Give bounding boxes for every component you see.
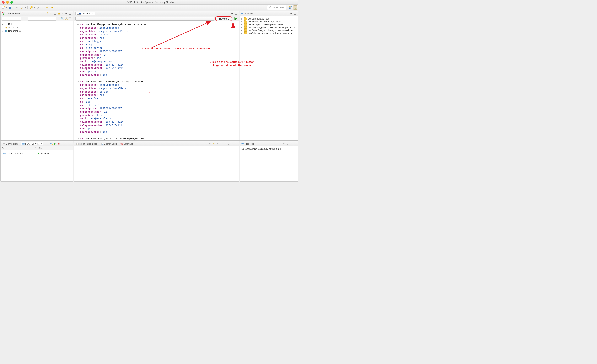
svg-rect-23 bbox=[6, 24, 6, 25]
tree-item-bookmarks[interactable]: ▸Bookmarks bbox=[1, 29, 72, 33]
svg-rect-45 bbox=[242, 144, 243, 144]
outline-item[interactable]: ▸ou=Groups,dc=example,dc=com bbox=[241, 23, 297, 26]
toggle-icon[interactable]: ▦ bbox=[57, 12, 60, 15]
start-server-icon[interactable]: ▶ bbox=[54, 142, 57, 145]
down-log-icon[interactable]: ⇩ bbox=[220, 142, 223, 145]
dropdown-icon[interactable]: ▾ bbox=[6, 7, 7, 8]
svg-rect-27 bbox=[6, 30, 7, 32]
filter-search-icon[interactable]: 🔍 bbox=[61, 17, 64, 20]
editor-panel: LDIF *LDIF 4 ✕ ─ Browse... ⊖dn: cn=Joe B… bbox=[74, 11, 239, 140]
new-button[interactable] bbox=[1, 5, 5, 9]
connections-tab[interactable]: Connections bbox=[2, 142, 19, 145]
svg-rect-33 bbox=[22, 144, 24, 144]
svg-point-17 bbox=[65, 19, 66, 20]
logs-panel: Modification Logs Search Logs ! Error Lo… bbox=[74, 141, 239, 182]
clear-all-icon[interactable]: ✖ bbox=[282, 142, 285, 145]
open-perspective-icon[interactable]: + bbox=[289, 5, 293, 9]
nav-forward-button[interactable]: ⇒ bbox=[50, 5, 54, 9]
maximize-icon[interactable] bbox=[293, 12, 297, 15]
ldap-tree[interactable]: ▸DIT▸Searches▸Bookmarks bbox=[1, 21, 73, 140]
outline-item[interactable]: ▸cn=John Wick,ou=Users,dc=example,dc=c bbox=[241, 32, 297, 35]
value-combo[interactable] bbox=[28, 17, 56, 21]
execute-ldif-button[interactable] bbox=[234, 17, 238, 21]
quick-access-input[interactable]: Quick Access bbox=[267, 5, 286, 10]
link-editor-icon[interactable]: ⇄ bbox=[50, 12, 53, 15]
svg-point-12 bbox=[295, 8, 296, 8]
view-menu-icon[interactable]: ▽ bbox=[227, 142, 230, 145]
editor-tab-ldif4[interactable]: LDIF *LDIF 4 ✕ bbox=[75, 12, 95, 15]
close-tab-icon[interactable]: ✕ bbox=[40, 143, 42, 145]
progress-panel: Progress ✖ ▽ ─ No operations to display … bbox=[240, 141, 298, 182]
minimize-icon[interactable]: ─ bbox=[290, 12, 293, 15]
svg-rect-29 bbox=[3, 144, 4, 144]
ldif-editor-body[interactable]: ⊖dn: cn=Joe Bloggs,ou=Users,dc=example,d… bbox=[74, 21, 239, 140]
close-tab-icon[interactable]: ✕ bbox=[91, 12, 94, 15]
maximize-icon[interactable] bbox=[235, 142, 238, 145]
dropdown-icon[interactable]: ▾ bbox=[25, 7, 26, 8]
maximize-icon[interactable] bbox=[293, 142, 297, 145]
modification-logs-tab[interactable]: Modification Logs bbox=[75, 142, 98, 145]
search-logs-tab[interactable]: Search Logs bbox=[100, 142, 118, 145]
minimize-icon[interactable]: ─ bbox=[231, 142, 234, 145]
error-log-tab[interactable]: ! Error Log bbox=[120, 142, 134, 145]
tree-item-dit[interactable]: ▸DIT bbox=[1, 23, 72, 26]
save-button[interactable] bbox=[8, 5, 12, 9]
minimize-icon[interactable]: ─ bbox=[231, 12, 234, 15]
server-row[interactable]: ApacheDS 2.0.0▶Started bbox=[2, 152, 72, 156]
outline-item[interactable]: ▸ou=Users,dc=example,dc=com bbox=[241, 20, 297, 23]
run-icon[interactable]: ▷ bbox=[36, 5, 40, 9]
svg-point-13 bbox=[2, 12, 3, 13]
view-menu-icon[interactable]: ▽ bbox=[286, 142, 289, 145]
ldap-browser-panel: LDAP Browser ↻ ⇄ ▦ ▽ ─ ⌄ = ⌄ 🔍 bbox=[0, 11, 73, 140]
view-menu-icon[interactable]: ▽ bbox=[61, 12, 64, 15]
filter-clear-icon[interactable] bbox=[69, 17, 72, 20]
export-log-icon[interactable]: ⇪ bbox=[223, 142, 227, 145]
outline-item[interactable]: ▸cn=Joe Bloggs,ou=Users,dc=example,dc=co bbox=[241, 26, 297, 29]
outline-tree[interactable]: ▸dc=example,dc=com▸ou=Users,dc=example,d… bbox=[240, 16, 298, 140]
key-icon[interactable]: 🔑 bbox=[29, 5, 33, 9]
clear-log-icon[interactable]: ✖ bbox=[208, 142, 212, 145]
minimize-icon[interactable]: ─ bbox=[65, 142, 68, 145]
svg-line-4 bbox=[21, 7, 23, 8]
maximize-icon[interactable] bbox=[69, 142, 72, 145]
panel-title: Outline bbox=[245, 12, 253, 15]
logs-body[interactable] bbox=[74, 146, 239, 181]
connection-field[interactable] bbox=[75, 17, 214, 21]
new-server-icon[interactable] bbox=[50, 142, 53, 145]
servers-list[interactable]: ApacheDS 2.0.0▶Started bbox=[1, 150, 73, 181]
gear-icon[interactable]: ⚙ bbox=[15, 5, 19, 9]
panel-title: LDAP Browser bbox=[6, 12, 21, 15]
browse-connection-button[interactable]: Browse... bbox=[215, 16, 232, 21]
servers-panel: Connections LDAP Servers ✕ ▶ ■ ▽ ─ bbox=[0, 141, 73, 182]
view-menu-icon[interactable]: ▽ bbox=[61, 142, 64, 145]
hierarchy-icon[interactable] bbox=[65, 17, 68, 20]
minimize-icon[interactable]: ─ bbox=[65, 12, 68, 15]
maximize-icon[interactable] bbox=[69, 12, 72, 15]
nav-back-button[interactable]: ⇐ bbox=[45, 5, 49, 9]
outline-item[interactable]: ▸dc=example,dc=com bbox=[241, 17, 297, 20]
dropdown-icon[interactable]: ▾ bbox=[55, 7, 55, 8]
editor-tab-label: *LDIF 4 bbox=[82, 12, 90, 15]
ldap-servers-tab[interactable]: LDAP Servers ✕ bbox=[21, 142, 43, 145]
svg-rect-37 bbox=[3, 153, 5, 154]
collapse-icon[interactable] bbox=[54, 12, 57, 15]
stop-server-icon[interactable]: ■ bbox=[57, 142, 60, 145]
svg-point-11 bbox=[295, 7, 296, 8]
outline-item[interactable]: ▸cn=Jane Doe,ou=Users,dc=example,dc=co bbox=[241, 29, 297, 32]
window-title: LDAP - LDIF 4 - Apache Directory Studio bbox=[0, 1, 298, 4]
wand-button[interactable] bbox=[20, 5, 24, 9]
refresh-icon[interactable]: ↻ bbox=[46, 12, 49, 15]
dropdown-icon: ▾ bbox=[41, 7, 41, 8]
minimize-icon[interactable]: ─ bbox=[290, 142, 293, 145]
attr-combo[interactable] bbox=[2, 17, 21, 21]
up-log-icon[interactable]: ⇧ bbox=[216, 142, 219, 145]
browser-filter-bar: ⌄ = ⌄ 🔍 bbox=[1, 16, 73, 21]
main-toolbar: ▾ ⚙ ▾ 🔑 ▾ ▷ ▾ ⇐ ⇒ ▾ Quick Access + bbox=[0, 5, 298, 10]
ldap-perspective-icon[interactable] bbox=[293, 5, 297, 9]
refresh-log-icon[interactable]: ↻ bbox=[212, 142, 215, 145]
maximize-icon[interactable] bbox=[235, 12, 238, 15]
svg-point-10 bbox=[294, 7, 295, 8]
svg-rect-38 bbox=[77, 143, 78, 145]
dropdown-icon: ▾ bbox=[34, 7, 35, 8]
tree-item-searches[interactable]: ▸Searches bbox=[1, 26, 72, 29]
